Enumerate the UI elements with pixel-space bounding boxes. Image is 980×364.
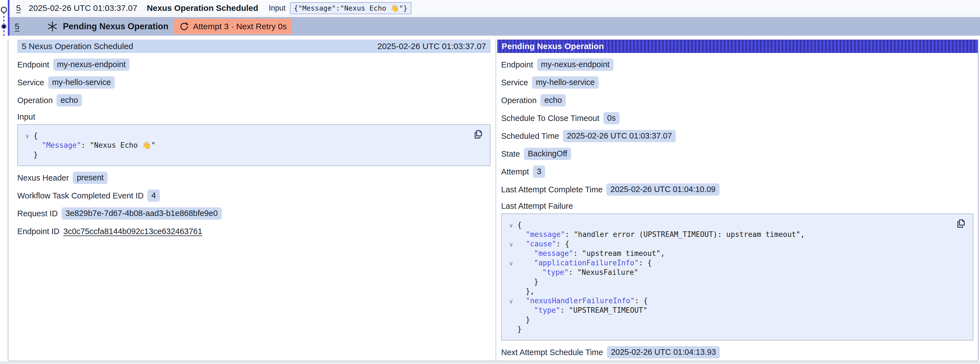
field-row-last-attempt-complete-time: Last Attempt Complete Time2025-02-26 UTC…	[501, 184, 973, 196]
field-label: Endpoint	[17, 60, 49, 69]
pending-detail-header: Pending Nexus Operation	[497, 40, 978, 53]
field-value-chip: 2025-02-26 UTC 01:03:37.07	[563, 130, 676, 142]
collapse-chevron-icon[interactable]: ∨	[509, 240, 513, 249]
json-code-block-input: ∨{"Message": "Nexus Echo 👋"}	[17, 124, 490, 166]
collapse-chevron-icon[interactable]: ∨	[25, 132, 29, 141]
event-detail-header-title: 5 Nexus Operation Scheduled	[22, 42, 133, 51]
field-label: Scheduled Time	[501, 132, 559, 141]
json-line: ∨{	[25, 131, 483, 140]
json-line: },	[509, 287, 966, 296]
json-segment: :	[81, 141, 90, 149]
json-segment: "NexusFailure"	[577, 268, 638, 276]
json-line: ∨"applicationFailureInfo": {	[509, 258, 966, 268]
json-line: }	[509, 277, 966, 287]
json-segment: :	[635, 297, 643, 305]
json-segment: {	[648, 259, 652, 267]
json-segment: "upstream timeout",	[582, 249, 665, 257]
json-segment: },	[526, 287, 534, 295]
field-value-chip: BackingOff	[524, 148, 571, 160]
field-value-chip: my-nexus-endpoint	[537, 59, 614, 71]
field-label: Last Attempt Failure	[501, 201, 973, 211]
retry-attempt-badge: Attempt 3 · Next Retry 0s	[174, 19, 292, 34]
field-row-workflow-task-completed-event-id: Workflow Task Completed Event ID4	[17, 190, 490, 202]
json-segment: }	[526, 316, 530, 324]
field-value-chip: 4	[147, 190, 160, 202]
event-history-view: 5 2025-02-26 UTC 01:03:37.07 Nexus Opera…	[0, 0, 980, 364]
field-value-chip: 2025-02-26 UTC 01:04:13.93	[607, 346, 720, 358]
event-detail-header: 5 Nexus Operation Scheduled 2025-02-26 U…	[17, 40, 490, 53]
event-summary-row[interactable]: 5 2025-02-26 UTC 01:03:37.07 Nexus Opera…	[10, 0, 980, 16]
field-row-attempt: Attempt3	[501, 166, 973, 178]
field-row-operation: Operationecho	[501, 94, 973, 107]
field-label: Workflow Task Completed Event ID	[17, 191, 143, 200]
pending-operation-title: Pending Nexus Operation	[63, 21, 169, 32]
json-segment: }	[33, 150, 38, 159]
pending-detail-panel: Pending Nexus Operation Endpointmy-nexus…	[496, 40, 978, 361]
json-code-block-last-attempt-failure: ∨{"message": "handler error (UPSTREAM_TI…	[501, 214, 973, 341]
field-row-state: StateBackingOff	[501, 148, 973, 160]
json-segment: :	[568, 268, 577, 276]
field-label: Endpoint	[501, 60, 533, 69]
json-line: }	[509, 315, 966, 324]
json-segment: :	[639, 259, 648, 267]
field-label: Operation	[17, 96, 52, 105]
json-segment: "type"	[542, 268, 568, 276]
collapse-chevron-icon[interactable]: ∨	[509, 221, 513, 230]
bottom-edge-strip	[0, 361, 980, 364]
event-detail-panel: 5 Nexus Operation Scheduled 2025-02-26 U…	[8, 40, 496, 361]
json-segment: {	[517, 221, 522, 229]
field-label: Schedule To Close Timeout	[501, 114, 600, 123]
event-detail-fields: Endpointmy-nexus-endpointServicemy-hello…	[17, 59, 490, 238]
retry-badge-text: Attempt 3 · Next Retry 0s	[193, 22, 287, 31]
field-label: Nexus Header	[17, 173, 69, 182]
json-segment: :	[556, 240, 565, 248]
field-row-service: Servicemy-hello-service	[17, 77, 490, 89]
field-label: Request ID	[17, 209, 58, 218]
event-timestamp: 2025-02-26 UTC 01:03:37.07	[29, 3, 137, 13]
field-row-next-attempt-schedule-time: Next Attempt Schedule Time2025-02-26 UTC…	[501, 346, 973, 358]
event-detail-container: 5 Nexus Operation Scheduled 2025-02-26 U…	[8, 40, 978, 361]
field-label: Service	[17, 78, 44, 87]
collapse-chevron-icon[interactable]: ∨	[509, 259, 513, 268]
field-row-endpoint: Endpointmy-nexus-endpoint	[17, 59, 490, 71]
field-row-endpoint: Endpointmy-nexus-endpoint	[501, 59, 973, 71]
json-line: "type": "UPSTREAM_TIMEOUT"	[509, 305, 966, 315]
field-label: State	[501, 149, 520, 159]
json-line: "type": "NexusFailure"	[509, 268, 966, 277]
pending-event-id-link[interactable]: 5	[15, 22, 19, 31]
json-segment: "nexusHandlerFailureInfo"	[526, 297, 635, 305]
event-input-label: Input	[269, 4, 286, 13]
retry-arrow-icon	[179, 21, 189, 32]
json-segment: :	[565, 230, 574, 239]
timeline-active-marker-icon[interactable]	[1, 24, 7, 29]
json-segment: "message"	[526, 230, 565, 239]
field-label: Last Attempt Complete Time	[501, 185, 603, 194]
field-row-scheduled-time: Scheduled Time2025-02-26 UTC 01:03:37.07	[501, 130, 973, 142]
json-segment: }	[534, 278, 538, 286]
json-line: ∨"nexusHandlerFailureInfo": {	[509, 296, 966, 305]
field-value-chip: 0s	[603, 112, 620, 124]
json-segment: "message"	[534, 249, 573, 257]
json-line: }	[509, 324, 966, 334]
json-line: "message": "upstream timeout",	[509, 249, 966, 258]
json-segment: :	[560, 306, 569, 315]
field-row-nexus-header: Nexus Headerpresent	[17, 172, 490, 184]
json-segment: {	[643, 297, 648, 305]
collapse-chevron-icon[interactable]: ∨	[509, 297, 513, 306]
timeline-event-marker-icon[interactable]	[1, 7, 7, 13]
pending-operation-row[interactable]: 5 Pending Nexus Operation Attempt 3 · Ne…	[10, 17, 980, 36]
json-segment: "handler error (UPSTREAM_TIMEOUT): upstr…	[574, 230, 805, 239]
field-input: Input∨{"Message": "Nexus Echo 👋"}	[17, 112, 490, 166]
event-id-link[interactable]: 5	[16, 3, 21, 13]
field-row-operation: Operationecho	[17, 94, 490, 107]
json-line: ∨{	[509, 220, 966, 230]
field-value-chip: my-hello-service	[48, 77, 115, 89]
event-title: Nexus Operation Scheduled	[147, 3, 258, 13]
field-row-service: Servicemy-hello-service	[501, 77, 973, 89]
field-value-chip: 2025-02-26 UTC 01:04:10.09	[606, 184, 719, 196]
json-segment: "cause"	[526, 240, 556, 248]
field-value-link[interactable]: 3c0c75ccfa8144b092c13ce632463761	[64, 227, 202, 236]
field-label: Attempt	[501, 167, 529, 176]
json-segment: "Message"	[42, 141, 81, 149]
field-label: Operation	[501, 96, 536, 105]
